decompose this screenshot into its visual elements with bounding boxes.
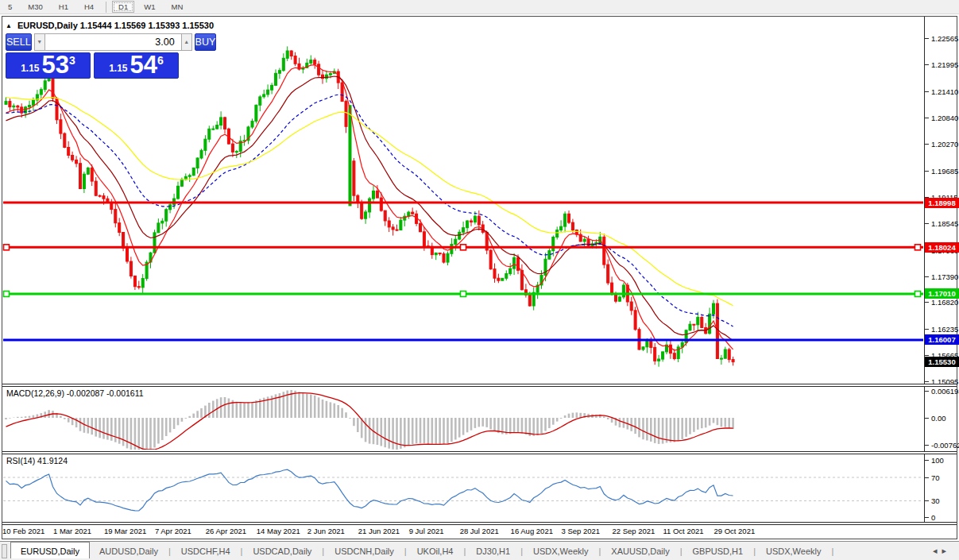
- tab-separator: |: [168, 546, 171, 556]
- tab-separator: |: [598, 546, 601, 556]
- rsi-tick-mark: [925, 500, 929, 501]
- rsi-tick-mark: [925, 460, 929, 461]
- date-label: 14 May 2021: [257, 527, 300, 535]
- tab-separator: |: [241, 546, 243, 556]
- pane-splitter-time[interactable]: [2, 522, 957, 525]
- price-tick-mark: [925, 118, 929, 118]
- chart-canvas[interactable]: [0, 0, 959, 560]
- price-tag-1.16007: 1.16007: [925, 334, 959, 345]
- pane-splitter-macd[interactable]: [2, 384, 957, 387]
- macd-tick-label: -0.00762: [931, 441, 959, 450]
- date-label: 28 Jul 2021: [460, 527, 499, 535]
- price-tick-label: 1.16235: [931, 325, 958, 334]
- ohlc-high: 1.15569: [114, 21, 146, 30]
- volume-decrease-icon[interactable]: ▼: [34, 33, 45, 51]
- price-tick-mark: [925, 381, 929, 382]
- hline-anchor[interactable]: [461, 291, 466, 296]
- price-tick-label: 1.21410: [931, 87, 958, 96]
- ohlc-open: 1.15444: [80, 21, 112, 30]
- date-label: 3 Sep 2021: [562, 527, 601, 535]
- chart-symbol-label: EURUSD,Daily: [17, 21, 78, 30]
- hline-anchor[interactable]: [915, 291, 921, 296]
- tab-audusd-daily[interactable]: AUDUSD,Daily: [90, 544, 168, 558]
- date-label: 22 Sep 2021: [613, 527, 655, 535]
- tab-usdchf-h4[interactable]: USDCHF,H4: [172, 544, 240, 558]
- price-tick-label: 1.16820: [931, 298, 958, 307]
- buy-price-big: 54: [130, 54, 157, 76]
- rsi-tick-label: 30: [931, 496, 940, 505]
- tab-eurusd-daily[interactable]: EURUSD,Daily: [10, 542, 90, 558]
- price-tick-label: 1.19685: [931, 167, 958, 176]
- tab-usdcad-daily[interactable]: USDCAD,Daily: [243, 544, 321, 558]
- chart-tab-bar: EURUSD,DailyAUDUSD,Daily|USDCHF,H4|USDCA…: [0, 541, 959, 560]
- tab-scroll-left-icon[interactable]: ◂: [933, 546, 942, 555]
- rsi-tick-mark: [925, 517, 929, 518]
- pane-splitter-rsi[interactable]: [2, 451, 957, 454]
- date-label: 19 Mar 2021: [104, 527, 146, 535]
- sell-price-big: 53: [42, 54, 69, 76]
- hline-anchor[interactable]: [461, 245, 466, 250]
- price-tag-1.17010: 1.17010: [925, 288, 959, 299]
- rsi-line: [6, 469, 733, 511]
- price-tick-mark: [925, 91, 929, 92]
- date-label: 26 Apr 2021: [206, 527, 246, 535]
- ohlc-close: 1.15530: [182, 21, 214, 30]
- macd-tick-label: 0.006193: [931, 387, 959, 396]
- date-label: 1 Mar 2021: [53, 527, 91, 535]
- tab-dj30-h1[interactable]: DJ30,H1: [466, 544, 520, 558]
- price-axis-divider: [924, 17, 925, 525]
- price-tick-mark: [925, 223, 929, 224]
- price-tick-label: 1.20270: [931, 140, 958, 149]
- buy-price-display[interactable]: 1.15 54 6: [94, 52, 179, 79]
- price-tag-1.18998: 1.18998: [925, 198, 959, 208]
- buy-button[interactable]: BUY: [195, 33, 217, 51]
- tab-separator: |: [680, 546, 683, 556]
- tab-scroll-right-icon[interactable]: ▸: [942, 546, 951, 555]
- collapse-panel-icon[interactable]: ▲: [6, 22, 12, 29]
- tab-separator: |: [753, 546, 756, 556]
- hline-anchor[interactable]: [4, 291, 10, 296]
- date-label: 2 Jun 2021: [307, 527, 345, 535]
- ohlc-low: 1.15393: [149, 21, 180, 30]
- tab-separator: |: [404, 546, 407, 556]
- date-label: 11 Oct 2021: [663, 527, 703, 535]
- tab-usdx-weekly[interactable]: USDX,Weekly: [756, 544, 830, 558]
- sell-button[interactable]: SELL: [6, 33, 32, 51]
- price-tick-label: 1.21995: [931, 60, 958, 69]
- volume-input[interactable]: [45, 33, 181, 51]
- tab-ukoil-h4[interactable]: UKOil,H4: [408, 544, 463, 558]
- hline-anchor[interactable]: [915, 245, 921, 250]
- date-label: 7 Apr 2021: [155, 527, 191, 535]
- date-label: 9 Jul 2021: [409, 527, 444, 535]
- volume-increase-icon[interactable]: ▲: [181, 33, 192, 51]
- date-label: 16 Aug 2021: [511, 527, 553, 535]
- sell-price-display[interactable]: 1.15 53 3: [6, 52, 91, 79]
- rsi-tick-label: 70: [931, 473, 940, 482]
- price-tick-label: 1.20840: [931, 114, 958, 122]
- price-tick-mark: [925, 302, 929, 303]
- candles-down: [9, 50, 734, 365]
- one-click-trading-panel: SELL ▼ ▲ BUY 1.15 53 3 1.15 54 6: [6, 33, 179, 79]
- date-label: 10 Feb 2021: [2, 527, 44, 535]
- date-label: 29 Oct 2021: [713, 527, 755, 535]
- tabs-holder: EURUSD,DailyAUDUSD,Daily|USDCHF,H4|USDCA…: [10, 543, 834, 558]
- tabbar-gripper[interactable]: [2, 544, 7, 558]
- tab-usdcnh-daily[interactable]: USDCNH,Daily: [325, 544, 404, 558]
- macd-tick-mark: [925, 445, 929, 446]
- macd-indicator-label: MACD(12,26,9) -0.002087 -0.001611: [6, 388, 144, 398]
- macd-tick-label: 0.00: [931, 414, 946, 423]
- rsi-tick-label: 100: [931, 456, 944, 465]
- hline-anchor[interactable]: [4, 245, 10, 250]
- sell-price-prefix: 1.15: [21, 63, 39, 74]
- tab-separator: |: [831, 546, 833, 556]
- price-tick-label: 1.18545: [931, 219, 958, 228]
- tab-usdx-weekly[interactable]: USDX,Weekly: [524, 544, 597, 558]
- buy-price-pip: 6: [157, 54, 164, 67]
- price-tick-mark: [925, 329, 929, 330]
- tab-xauusd-daily[interactable]: XAUUSD,Daily: [601, 544, 679, 558]
- price-tick-mark: [925, 144, 929, 145]
- sell-price-pip: 3: [69, 54, 75, 67]
- rsi-tick-mark: [925, 477, 929, 478]
- tab-gbpusd-h1[interactable]: GBPUSD,H1: [683, 544, 753, 558]
- rsi-tick-label: 0: [931, 513, 935, 522]
